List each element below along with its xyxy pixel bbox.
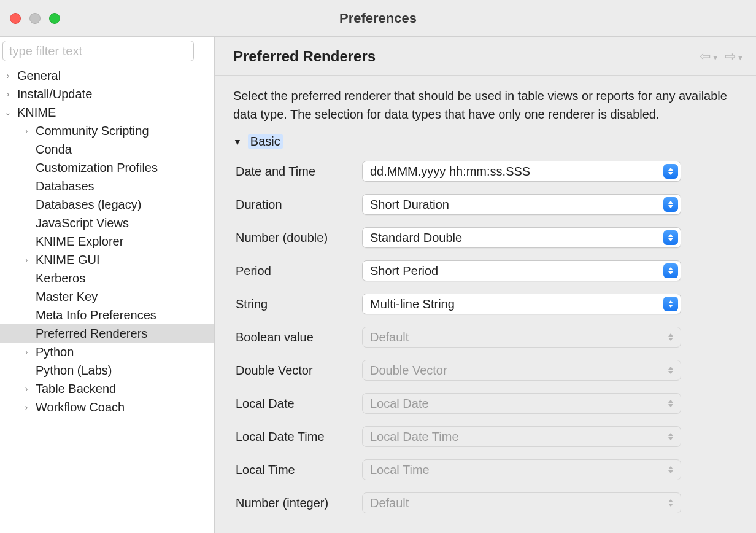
tree-item[interactable]: ›KNIME Explorer [0, 232, 214, 251]
renderer-select-value: dd.MMM.yyyy hh:mm:ss.SSS [370, 165, 530, 179]
tree-item[interactable]: ›Master Key [0, 287, 214, 306]
renderer-label: Number (integer) [233, 496, 362, 510]
renderer-select[interactable]: Short Period [362, 260, 681, 281]
tree-item-label: KNIME Explorer [36, 232, 123, 251]
renderer-select-wrap: Standard Double [362, 227, 681, 248]
updown-icon [663, 230, 678, 245]
window-controls [10, 13, 60, 24]
chevron-right-icon[interactable]: › [2, 66, 14, 85]
renderer-select-wrap: Local Date [362, 393, 681, 414]
back-button[interactable]: ⇦▼ [700, 50, 719, 63]
chevron-down-icon[interactable]: ⌄ [2, 103, 14, 122]
renderer-select: Local Time [362, 459, 681, 480]
renderer-select-wrap: Default [362, 327, 681, 348]
tree-item[interactable]: ›Preferred Renderers [0, 324, 214, 343]
window-body: ›General›Install/Update⌄KNIME›Community … [0, 37, 756, 533]
renderer-select-value: Local Date [370, 397, 429, 411]
section-label: Basic [248, 134, 283, 149]
renderer-row: Date and Timedd.MMM.yyyy hh:mm:ss.SSS [233, 155, 741, 188]
chevron-right-icon[interactable]: › [21, 122, 32, 140]
renderer-select-value: Short Period [370, 264, 438, 278]
updown-icon [663, 396, 678, 411]
tree-item-label: Python (Labs) [36, 361, 112, 379]
chevron-right-icon[interactable]: › [2, 85, 14, 103]
tree-item[interactable]: ›General [0, 66, 214, 85]
preference-tree: ›General›Install/Update⌄KNIME›Community … [0, 65, 214, 533]
minimize-icon[interactable] [29, 13, 40, 24]
renderer-select: Local Date Time [362, 426, 681, 447]
renderer-select[interactable]: dd.MMM.yyyy hh:mm:ss.SSS [362, 161, 681, 182]
tree-item[interactable]: ›Conda [0, 140, 214, 158]
tree-item[interactable]: ›KNIME GUI [0, 251, 214, 269]
tree-item-label: KNIME [17, 103, 56, 122]
renderer-select-wrap: Multi-line String [362, 294, 681, 314]
renderer-row: StringMulti-line String [233, 287, 741, 321]
section-header[interactable]: ▼ Basic [215, 130, 756, 152]
renderer-select[interactable]: Short Duration [362, 194, 681, 215]
tree-item[interactable]: ›Community Scripting [0, 122, 214, 140]
tree-item[interactable]: ›Python (Labs) [0, 361, 214, 379]
tree-item[interactable]: ›Python [0, 343, 214, 361]
renderer-select[interactable]: Multi-line String [362, 294, 681, 314]
renderer-row: Number (integer)Default [233, 486, 741, 519]
page-description: Select the preferred renderer that shoul… [215, 76, 756, 130]
chevron-right-icon[interactable]: › [21, 398, 32, 416]
renderer-select: Local Date [362, 393, 681, 414]
tree-item-label: General [17, 66, 61, 85]
dropdown-icon: ▼ [712, 55, 719, 61]
arrow-left-icon: ⇦ [700, 50, 711, 63]
renderer-select-wrap: Local Date Time [362, 426, 681, 447]
renderer-select-wrap: Double Vector [362, 360, 681, 381]
renderer-row: Number (double)Standard Double [233, 221, 741, 254]
sidebar: ›General›Install/Update⌄KNIME›Community … [0, 37, 215, 533]
renderer-form: Date and Timedd.MMM.yyyy hh:mm:ss.SSSDur… [215, 152, 756, 519]
tree-item[interactable]: ›Workflow Coach [0, 398, 214, 416]
tree-item-label: Databases (legacy) [36, 195, 141, 214]
renderer-label: Duration [233, 198, 362, 212]
tree-item[interactable]: ›Customization Profiles [0, 158, 214, 177]
zoom-icon[interactable] [49, 13, 60, 24]
renderer-label: Period [233, 264, 362, 278]
tree-item-label: JavaScript Views [36, 214, 129, 232]
tree-item[interactable]: ›Install/Update [0, 85, 214, 103]
renderer-select-value: Local Time [370, 463, 430, 477]
dropdown-icon: ▼ [737, 55, 744, 61]
tree-item[interactable]: ›Table Backend [0, 379, 214, 398]
updown-icon [663, 496, 678, 510]
renderer-row: Local Date TimeLocal Date Time [233, 420, 741, 453]
chevron-right-icon[interactable]: › [21, 251, 32, 269]
forward-button[interactable]: ⇨▼ [725, 50, 744, 63]
updown-icon [663, 429, 678, 444]
chevron-right-icon[interactable]: › [21, 343, 32, 361]
tree-item-label: Workflow Coach [36, 398, 125, 416]
tree-item-label: KNIME GUI [36, 251, 99, 269]
renderer-label: Boolean value [233, 330, 362, 344]
tree-item[interactable]: ›Databases (legacy) [0, 195, 214, 214]
close-icon[interactable] [10, 13, 21, 24]
tree-item[interactable]: ›Databases [0, 177, 214, 195]
disclosure-down-icon: ▼ [233, 137, 242, 147]
tree-item[interactable]: ›Kerberos [0, 269, 214, 287]
updown-icon [663, 297, 678, 311]
renderer-select: Double Vector [362, 360, 681, 381]
renderer-select[interactable]: Standard Double [362, 227, 681, 248]
renderer-select-value: Default [370, 496, 409, 510]
renderer-select-value: Multi-line String [370, 297, 455, 311]
tree-item-label: Conda [36, 140, 72, 158]
filter-input[interactable] [2, 41, 194, 61]
renderer-select-wrap: Local Time [362, 459, 681, 480]
page-nav: ⇦▼ ⇨▼ [700, 50, 744, 63]
updown-icon [663, 263, 678, 278]
renderer-select-value: Default [370, 330, 409, 344]
renderer-label: Date and Time [233, 165, 362, 179]
renderer-label: String [233, 297, 362, 311]
renderer-select-wrap: Default [362, 492, 681, 513]
renderer-select: Default [362, 492, 681, 513]
chevron-right-icon[interactable]: › [21, 379, 32, 398]
tree-item[interactable]: ›Meta Info Preferences [0, 306, 214, 324]
page-title: Preferred Renderers [233, 48, 376, 65]
window-title: Preferences [7, 10, 749, 26]
tree-item[interactable]: ›JavaScript Views [0, 214, 214, 232]
renderer-select-value: Double Vector [370, 364, 447, 378]
tree-item[interactable]: ⌄KNIME [0, 103, 214, 122]
